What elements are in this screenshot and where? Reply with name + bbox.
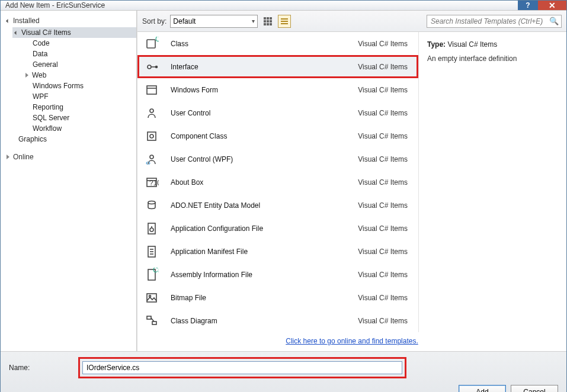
installed-header[interactable]: Installed xyxy=(1,14,136,27)
titlebar: Add New Item - EricSunService ? ✕ xyxy=(1,1,566,11)
svg-point-15 xyxy=(148,201,155,204)
template-item[interactable]: C# Assembly Information File Visual C# I… xyxy=(137,263,418,286)
installed-label: Installed xyxy=(13,17,40,25)
tree-item-graphics[interactable]: Graphics xyxy=(9,134,136,144)
template-category: Visual C# Items xyxy=(358,63,408,71)
template-list[interactable]: C# Class Visual C# Items Interface Visua… xyxy=(137,32,418,332)
class-icon: C# xyxy=(143,36,160,52)
template-item[interactable]: Windows Form Visual C# Items xyxy=(137,78,418,101)
template-category: Visual C# Items xyxy=(358,317,408,325)
template-item[interactable]: C# Class Visual C# Items xyxy=(137,32,418,55)
template-category: Visual C# Items xyxy=(358,178,408,187)
list-area: C# Class Visual C# Items Interface Visua… xyxy=(137,32,566,332)
view-icons-button[interactable] xyxy=(261,15,274,28)
form-icon xyxy=(143,82,160,98)
help-button[interactable]: ? xyxy=(518,1,538,10)
sortby-label: Sort by: xyxy=(142,17,166,25)
tree-item-winforms[interactable]: Windows Forms xyxy=(23,81,136,91)
tree-item-sqlserver[interactable]: SQL Server xyxy=(23,113,136,123)
component-icon xyxy=(143,128,160,144)
template-category: Visual C# Items xyxy=(358,294,408,302)
window-title: Add New Item - EricSunService xyxy=(5,1,518,9)
svg-text:C#: C# xyxy=(155,37,159,43)
search-icon[interactable]: 🔍 xyxy=(549,17,559,25)
tree-item-workflow[interactable]: Workflow xyxy=(23,123,136,134)
svg-line-29 xyxy=(151,318,154,322)
online-header[interactable]: Online xyxy=(1,150,136,163)
template-item[interactable]: Application Manifest File Visual C# Item… xyxy=(137,240,418,263)
template-item[interactable]: ?10 About Box Visual C# Items xyxy=(137,171,418,194)
svg-point-4 xyxy=(156,66,158,68)
template-name: Windows Form xyxy=(171,86,358,94)
name-label: Name: xyxy=(9,364,80,372)
manifest-icon xyxy=(143,243,160,260)
sortby-dropdown[interactable]: Default ▾ xyxy=(170,15,258,28)
chevron-down-icon xyxy=(14,30,18,34)
search-input[interactable] xyxy=(431,17,549,25)
template-name: Component Class xyxy=(171,132,358,140)
template-name: Assembly Information File xyxy=(171,271,358,279)
template-item[interactable]: Bitmap File Visual C# Items xyxy=(137,286,418,309)
add-button[interactable]: Add xyxy=(459,385,506,392)
online-link-row: Click here to go online and find templat… xyxy=(137,332,566,351)
svg-rect-16 xyxy=(148,223,155,234)
tree-root-label: Visual C# Items xyxy=(21,28,71,37)
detail-type-row: Type: Visual C# Items xyxy=(427,40,558,49)
bitmap-icon xyxy=(143,290,160,306)
tree-item-general[interactable]: General xyxy=(23,59,136,70)
diagram-icon xyxy=(143,313,160,329)
installed-tree: Visual C# Items Code Data General Web Wi… xyxy=(1,27,136,144)
template-category: Visual C# Items xyxy=(358,224,408,233)
template-item[interactable]: User Control Visual C# Items xyxy=(137,101,418,124)
assembly-icon: C# xyxy=(143,266,160,283)
tree-item-web[interactable]: Web xyxy=(23,70,136,81)
template-category: Visual C# Items xyxy=(358,40,408,48)
list-icon xyxy=(281,18,288,24)
tree-root-csharp[interactable]: Visual C# Items xyxy=(12,27,136,38)
chevron-down-icon: ▾ xyxy=(252,18,255,24)
view-list-button[interactable] xyxy=(278,15,291,28)
template-item[interactable]: Application Configuration File Visual C#… xyxy=(137,217,418,240)
detail-panel: Type: Visual C# Items An empty interface… xyxy=(418,32,566,332)
template-name: User Control xyxy=(171,109,358,117)
chevron-right-icon xyxy=(7,155,9,159)
cancel-button[interactable]: Cancel xyxy=(511,385,558,392)
template-item[interactable]: Class Diagram Visual C# Items xyxy=(137,309,418,332)
template-name: ADO.NET Entity Data Model xyxy=(171,201,358,210)
sortby-value: Default xyxy=(173,17,196,25)
template-name: User Control (WPF) xyxy=(171,155,358,163)
template-name: Application Manifest File xyxy=(171,248,358,256)
detail-type-label: Type: xyxy=(427,40,446,49)
button-row: Add Cancel xyxy=(9,385,558,392)
interface-icon xyxy=(143,59,160,75)
tree-item-reporting[interactable]: Reporting xyxy=(23,102,136,113)
template-name: About Box xyxy=(171,178,358,187)
template-category: Visual C# Items xyxy=(358,201,408,210)
template-name: Application Configuration File xyxy=(171,224,358,233)
tree-item-wpf[interactable]: WPF xyxy=(23,91,136,102)
tree-item-code[interactable]: Code xyxy=(23,38,136,49)
toolbar: Sort by: Default ▾ 🔍 xyxy=(137,11,566,32)
close-button[interactable]: ✕ xyxy=(538,1,566,10)
template-category: Visual C# Items xyxy=(358,248,408,256)
main-row: Installed Visual C# Items Code Data Gene… xyxy=(1,11,566,351)
titlebar-buttons: ? ✕ xyxy=(518,1,566,10)
svg-rect-27 xyxy=(147,316,151,319)
tree-item-data[interactable]: Data xyxy=(23,49,136,59)
template-item[interactable]: ADO.NET Entity Data Model Visual C# Item… xyxy=(137,194,418,217)
detail-description: An empty interface definition xyxy=(427,54,558,63)
svg-point-17 xyxy=(150,228,153,232)
search-box[interactable]: 🔍 xyxy=(427,15,562,28)
template-category: Visual C# Items xyxy=(358,86,408,94)
online-templates-link[interactable]: Click here to go online and find templat… xyxy=(286,337,418,345)
svg-point-2 xyxy=(148,65,151,69)
template-item[interactable]: Component Class Visual C# Items xyxy=(137,124,418,147)
name-highlight xyxy=(80,359,405,377)
svg-text:‹›: ‹› xyxy=(146,159,150,166)
template-category: Visual C# Items xyxy=(358,271,408,279)
center-panel: Sort by: Default ▾ 🔍 xyxy=(137,11,566,351)
svg-rect-5 xyxy=(147,86,156,94)
template-item[interactable]: ‹› User Control (WPF) Visual C# Items xyxy=(137,147,418,171)
name-input[interactable] xyxy=(82,361,402,374)
template-item[interactable]: Interface Visual C# Items xyxy=(137,55,418,78)
